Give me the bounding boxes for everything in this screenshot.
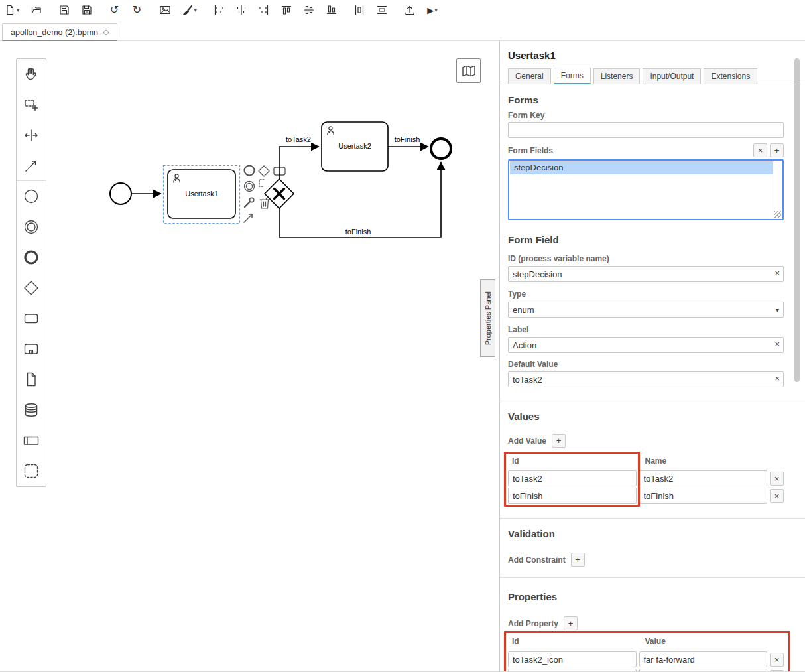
save-as-icon — [81, 4, 93, 16]
properties-panel: Usertask1 General Forms Listeners Input/… — [499, 41, 805, 671]
tab-general[interactable]: General — [508, 68, 551, 84]
tab-input-output[interactable]: Input/Output — [643, 68, 701, 84]
align-left-icon — [213, 4, 225, 16]
values-col-id: Id — [508, 456, 635, 466]
clear-id-icon[interactable]: × — [774, 269, 780, 277]
value-id-input[interactable] — [508, 470, 637, 486]
align-top-button[interactable] — [279, 2, 294, 18]
palette-create-start-event[interactable] — [17, 181, 46, 212]
palette-create-intermediate-event[interactable] — [17, 212, 46, 242]
value-name-input[interactable] — [639, 470, 768, 486]
form-field-type-select[interactable]: enum ▾ — [508, 302, 784, 318]
value-name-input[interactable] — [639, 488, 768, 504]
sequence-flow-toFinish-bottom[interactable] — [279, 162, 441, 237]
palette-create-participant[interactable] — [17, 425, 46, 456]
context-append-text-annotation-icon[interactable] — [259, 180, 264, 186]
diagram-canvas[interactable]: Usertask1 — [0, 41, 499, 671]
task-icon — [23, 310, 40, 327]
palette-create-group[interactable] — [17, 456, 46, 486]
form-fields-label: Form Fields — [508, 146, 751, 155]
form-field-id-input[interactable] — [508, 266, 784, 282]
form-fields-add-button[interactable]: + — [770, 143, 784, 157]
align-center-button[interactable] — [234, 2, 249, 18]
palette-create-end-event[interactable] — [17, 242, 46, 273]
align-bottom-button[interactable] — [324, 2, 339, 18]
value-id-input[interactable] — [508, 488, 637, 504]
palette-create-task[interactable] — [17, 303, 46, 334]
palette-space-tool[interactable] — [17, 120, 46, 151]
align-right-button[interactable] — [257, 2, 271, 18]
add-property-button[interactable]: + — [564, 616, 578, 630]
usertask1-label: Usertask1 — [185, 190, 218, 198]
save-button[interactable] — [57, 2, 72, 18]
context-delete-icon[interactable] — [260, 198, 269, 209]
form-field-default-input[interactable] — [508, 371, 784, 387]
redo-button[interactable]: ↻ — [130, 2, 145, 18]
palette-global-connect-tool[interactable] — [17, 151, 46, 181]
panel-scrollbar-thumb[interactable] — [794, 58, 800, 382]
end-event-shape[interactable] — [431, 139, 451, 159]
remove-value-button[interactable]: × — [770, 472, 784, 486]
form-fields-listbox[interactable]: stepDecision — [508, 159, 784, 220]
align-left-button[interactable] — [212, 2, 226, 18]
add-constraint-label: Add Constraint — [508, 555, 566, 565]
context-connect-icon[interactable] — [244, 214, 252, 222]
remove-property-button[interactable]: × — [770, 653, 784, 667]
property-id-input[interactable] — [508, 651, 637, 667]
undo-button[interactable]: ↺ — [107, 2, 122, 18]
palette-create-data-store[interactable] — [17, 395, 46, 425]
property-row: × — [508, 669, 784, 672]
export-image-button[interactable] — [158, 2, 172, 18]
form-key-input[interactable] — [508, 122, 784, 138]
listbox-scrollbar[interactable] — [774, 161, 774, 218]
palette-create-gateway[interactable] — [17, 273, 46, 303]
chevron-down-icon: ▾ — [434, 7, 438, 13]
palette-create-data-object[interactable] — [17, 364, 46, 395]
property-value-input[interactable] — [639, 669, 768, 672]
palette-hand-tool[interactable] — [17, 59, 46, 90]
usertask1-shape[interactable]: Usertask1 — [168, 170, 235, 218]
clear-label-icon[interactable]: × — [774, 340, 780, 348]
save-as-button[interactable] — [80, 2, 94, 18]
context-append-end-event-icon[interactable] — [245, 166, 255, 176]
properties-panel-toggle[interactable]: Properties Panel — [480, 279, 495, 357]
open-diagram-button[interactable] — [29, 2, 44, 18]
form-fields-remove-button[interactable]: × — [753, 143, 767, 157]
palette-lasso-tool[interactable] — [17, 90, 46, 120]
distribute-horizontal-button[interactable] — [352, 2, 367, 18]
new-diagram-button[interactable]: ▾ — [3, 2, 21, 18]
start-event-shape[interactable] — [110, 183, 131, 204]
align-middle-button[interactable] — [302, 2, 316, 18]
context-append-intermediate-event-icon[interactable] — [245, 182, 255, 192]
add-value-row: Add Value + — [508, 434, 784, 448]
clear-default-icon[interactable]: × — [774, 374, 780, 383]
minimap-toggle[interactable] — [456, 58, 481, 83]
context-append-gateway-icon[interactable] — [259, 166, 269, 176]
format-brush-button[interactable]: ▾ — [180, 2, 199, 18]
context-change-type-icon[interactable] — [245, 198, 254, 207]
add-constraint-button[interactable]: + — [571, 553, 585, 567]
tab-listeners[interactable]: Listeners — [593, 68, 641, 84]
form-field-label-input[interactable] — [508, 337, 784, 353]
property-id-input[interactable] — [508, 669, 637, 672]
bpmn-modeler-app: ▾ ↺ ↻ ▾ — [0, 0, 805, 672]
context-append-intermediate-event-inner — [246, 183, 252, 189]
tab-extensions[interactable]: Extensions — [704, 68, 757, 84]
distribute-vertical-button[interactable] — [375, 2, 389, 18]
remove-property-button[interactable]: × — [770, 670, 784, 672]
usertask2-shape[interactable]: Usertask2 — [322, 122, 388, 171]
space-tool-icon — [23, 127, 40, 144]
add-value-button[interactable]: + — [552, 434, 566, 448]
play-button[interactable]: ▶ ▾ — [425, 2, 440, 18]
palette-create-subprocess[interactable] — [17, 334, 46, 364]
gateway-shape[interactable] — [265, 179, 294, 208]
remove-value-button[interactable]: × — [770, 489, 784, 503]
file-tab[interactable]: apollon_demo (2).bpmn — [2, 23, 117, 42]
property-value-input[interactable] — [639, 651, 768, 667]
resize-grip-icon[interactable] — [774, 211, 781, 218]
tab-forms[interactable]: Forms — [554, 68, 591, 84]
form-field-label-label: Label — [508, 325, 784, 334]
deploy-button[interactable] — [402, 2, 417, 18]
form-field-list-item[interactable]: stepDecision — [510, 161, 773, 174]
properties-content: Forms Form Key Form Fields × + stepDecis… — [500, 94, 805, 672]
